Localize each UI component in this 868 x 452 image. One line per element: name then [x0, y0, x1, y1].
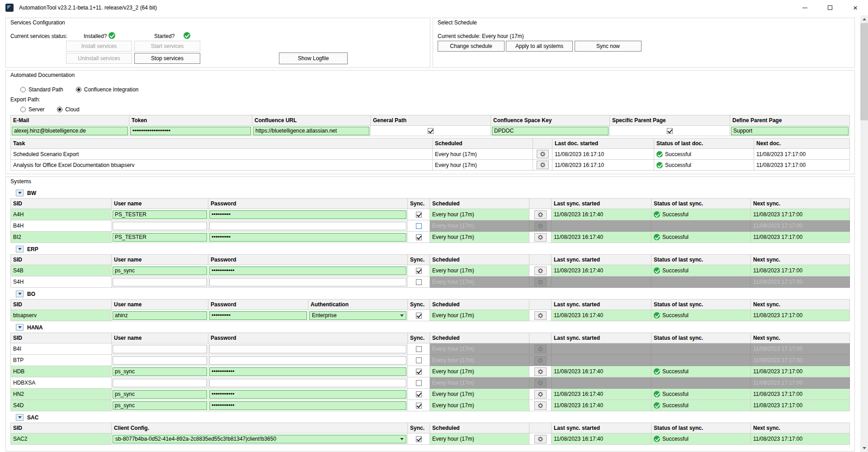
bw-section-header: BW	[16, 189, 850, 197]
cloud-radio[interactable]	[57, 107, 62, 112]
confluence-integration-label[interactable]: Confluence Integration	[84, 86, 139, 93]
username-input[interactable]	[113, 345, 207, 353]
sync-checkbox[interactable]	[416, 403, 422, 409]
username-input[interactable]	[113, 390, 207, 399]
row-settings-button[interactable]	[534, 367, 547, 376]
password-input[interactable]	[209, 233, 406, 242]
confluence-integration-radio[interactable]	[76, 87, 81, 92]
show-logfile-button[interactable]: Show Logfile	[279, 52, 348, 64]
gear-icon	[540, 151, 546, 157]
task-settings-button[interactable]	[537, 150, 549, 158]
space-key-input[interactable]	[492, 127, 609, 135]
sid-cell: S4D	[11, 400, 112, 411]
status-cell: Successful	[651, 310, 751, 321]
sync-checkbox[interactable]	[416, 223, 422, 229]
stop-services-button[interactable]: Stop services	[134, 53, 200, 64]
password-input[interactable]	[209, 367, 406, 376]
sync-checkbox[interactable]	[416, 234, 422, 240]
password-input[interactable]	[209, 356, 406, 365]
sync-checkbox[interactable]	[416, 346, 422, 352]
sync-checkbox[interactable]	[416, 380, 422, 386]
password-input[interactable]	[209, 401, 406, 410]
username-input[interactable]	[113, 233, 207, 242]
define-parent-page-input[interactable]	[731, 127, 849, 135]
gear-icon	[538, 357, 543, 363]
row-settings-button[interactable]	[534, 356, 547, 365]
sac-expander-toggle[interactable]	[16, 414, 24, 421]
row-settings-button[interactable]	[534, 278, 547, 286]
client-config-dropdown[interactable]: sb-8077b4ba-0d52-41e4-892a-2c8835ed55c3!…	[113, 435, 406, 443]
sync-checkbox[interactable]	[416, 436, 422, 442]
column-header-password: Password	[208, 300, 308, 310]
vertical-scrollbar[interactable]	[860, 15, 868, 452]
password-input[interactable]	[209, 278, 406, 286]
sid-cell: HN2	[11, 389, 112, 400]
password-input[interactable]	[209, 266, 406, 275]
password-input[interactable]	[209, 210, 406, 219]
standard-path-radio[interactable]	[20, 87, 26, 92]
row-settings-button[interactable]	[534, 233, 547, 242]
uninstall-services-button[interactable]: Uninstall services	[66, 53, 132, 64]
password-input[interactable]	[209, 390, 406, 399]
username-input[interactable]	[113, 367, 207, 376]
sid-cell: B4H	[11, 220, 112, 232]
sync-checkbox[interactable]	[416, 313, 422, 319]
sync-checkbox[interactable]	[416, 357, 422, 363]
hana-expander-toggle[interactable]	[16, 324, 24, 331]
bo-table: SID User name Password Authentication Sy…	[10, 299, 850, 321]
server-label[interactable]: Server	[28, 106, 44, 113]
chevron-down-icon	[400, 314, 404, 317]
confluence-url-input[interactable]	[253, 127, 369, 135]
username-input[interactable]	[113, 401, 207, 410]
password-input[interactable]	[209, 222, 406, 230]
row-settings-button[interactable]	[534, 379, 547, 387]
start-services-button[interactable]: Start services	[134, 41, 200, 52]
username-input[interactable]	[113, 278, 207, 286]
sync-checkbox[interactable]	[416, 279, 422, 285]
scrollbar-down-button[interactable]	[860, 444, 868, 452]
maximize-button[interactable]	[817, 0, 843, 15]
sync-checkbox[interactable]	[416, 391, 422, 397]
password-input[interactable]	[209, 379, 406, 387]
authentication-dropdown[interactable]: Enterprise	[309, 311, 406, 320]
username-input[interactable]	[113, 210, 207, 219]
sync-checkbox[interactable]	[416, 268, 422, 274]
standard-path-label[interactable]: Standard Path	[28, 86, 63, 93]
change-schedule-button[interactable]: Change schedule	[438, 41, 505, 52]
sync-checkbox[interactable]	[416, 212, 422, 218]
specific-parent-page-checkbox[interactable]	[667, 128, 673, 134]
row-settings-button[interactable]	[534, 266, 547, 275]
close-button[interactable]: ×	[843, 0, 868, 15]
general-path-checkbox[interactable]	[428, 128, 434, 134]
sync-checkbox[interactable]	[416, 369, 422, 375]
username-input[interactable]	[113, 311, 207, 320]
password-input[interactable]	[209, 311, 307, 320]
username-input[interactable]	[113, 379, 207, 387]
server-radio[interactable]	[20, 107, 26, 112]
task-settings-button[interactable]	[537, 161, 549, 169]
bw-expander-toggle[interactable]	[16, 190, 24, 196]
password-input[interactable]	[209, 345, 406, 353]
row-settings-button[interactable]	[534, 345, 547, 353]
email-input[interactable]	[12, 127, 128, 135]
cloud-label[interactable]: Cloud	[65, 106, 79, 113]
username-input[interactable]	[113, 266, 207, 275]
success-icon	[654, 391, 660, 397]
scrollbar-thumb[interactable]	[860, 23, 868, 120]
row-settings-button[interactable]	[534, 222, 547, 230]
apply-to-all-systems-button[interactable]: Apply to all systems	[506, 41, 573, 52]
install-services-button[interactable]: Install services	[66, 41, 132, 52]
row-settings-button[interactable]	[534, 435, 547, 443]
bo-expander-toggle[interactable]	[16, 290, 24, 297]
row-settings-button[interactable]	[534, 401, 547, 410]
token-input[interactable]	[130, 127, 251, 135]
row-settings-button[interactable]	[534, 311, 547, 320]
scrollbar-up-button[interactable]	[860, 15, 868, 23]
minimize-button[interactable]	[792, 0, 817, 15]
username-input[interactable]	[113, 222, 207, 230]
username-input[interactable]	[113, 356, 207, 365]
erp-expander-toggle[interactable]	[16, 246, 24, 252]
row-settings-button[interactable]	[534, 390, 547, 399]
row-settings-button[interactable]	[534, 210, 547, 219]
sync-now-button[interactable]: Sync now	[575, 41, 642, 52]
